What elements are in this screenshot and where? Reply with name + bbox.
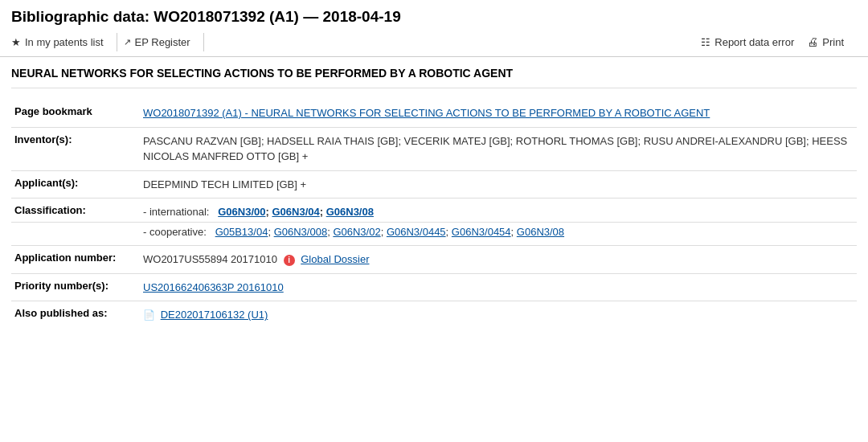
app-number-label: Application number: [11,246,140,274]
toolbar: ★ In my patents list ↗ EP Register ☷ Rep… [11,32,857,51]
my-patents-label: In my patents list [25,36,104,48]
ep-register-button[interactable]: ↗ EP Register [124,33,204,51]
intl-code-3[interactable]: G06N3/08 [326,206,374,218]
also-published-link[interactable]: DE202017106132 (U1) [161,309,268,321]
print-label: Print [822,36,844,48]
classification-coop-empty [11,222,140,246]
report-error-button[interactable]: ☷ Report data error [701,33,807,51]
app-number-row: Application number: WO2017US55894 201710… [11,246,857,274]
also-published-row: Also published as: 📄 DE202017106132 (U1) [11,301,857,329]
applicants-row: Applicant(s): DEEPMIND TECH LIMITED [GB]… [11,170,857,198]
classification-intl-codes: G06N3/00; G06N3/04; G06N3/08 [218,206,374,218]
page-bookmark-label: Page bookmark [11,100,140,127]
app-number-value: WO2017US55894 20171010 i Global Dossier [140,246,857,274]
intl-code-2[interactable]: G06N3/04 [272,206,319,218]
bibliographic-table: Page bookmark WO2018071392 (A1) - NEURAL… [11,100,857,329]
applicants-value: DEEPMIND TECH LIMITED [GB] + [140,170,857,198]
inventors-label: Inventor(s): [11,127,140,170]
priority-number-value: US201662406363P 20161010 [140,273,857,301]
priority-number-row: Priority number(s): US201662406363P 2016… [11,273,857,301]
info-icon: i [284,255,295,266]
print-button[interactable]: 🖨 Print [807,32,857,51]
printer-icon: 🖨 [807,35,818,48]
report-icon: ☷ [701,36,710,48]
classification-intl-value: - international: G06N3/00; G06N3/04; G06… [140,198,857,223]
applicants-label: Applicant(s): [11,170,140,198]
app-number-text: WO2017US55894 20171010 [143,253,277,265]
patent-title: NEURAL NETWORKS FOR SELECTING ACTIONS TO… [11,67,857,88]
ep-register-label: EP Register [135,36,190,48]
classification-coop-prefix: - cooperative: [143,226,212,238]
inventors-row: Inventor(s): PASCANU RAZVAN [GB]; HADSEL… [11,127,857,170]
report-error-label: Report data error [714,36,794,48]
coop-code-1[interactable]: G05B13/04 [215,226,268,238]
classification-intl-row: Classification: - international: G06N3/0… [11,198,857,223]
also-published-label: Also published as: [11,301,140,329]
page-bookmark-row: Page bookmark WO2018071392 (A1) - NEURAL… [11,100,857,127]
page-bookmark-link[interactable]: WO2018071392 (A1) - NEURAL NETWORKS FOR … [143,107,710,119]
classification-coop-row: - cooperative: G05B13/04; G06N3/008; G06… [11,222,857,246]
doc-icon: 📄 [143,309,155,321]
coop-code-3[interactable]: G06N3/02 [333,226,380,238]
content-area: NEURAL NETWORKS FOR SELECTING ACTIONS TO… [0,57,868,338]
coop-code-6[interactable]: G06N3/08 [517,226,564,238]
global-dossier-link[interactable]: Global Dossier [301,253,369,265]
coop-code-4[interactable]: G06N3/0445 [387,226,446,238]
classification-intl-prefix: - international: [143,206,215,218]
external-link-icon: ↗ [124,37,131,47]
classification-coop-value: - cooperative: G05B13/04; G06N3/008; G06… [140,222,857,246]
coop-code-2[interactable]: G06N3/008 [274,226,328,238]
page-bookmark-value: WO2018071392 (A1) - NEURAL NETWORKS FOR … [140,100,857,127]
page-header: Bibliographic data: WO2018071392 (A1) — … [0,0,868,57]
star-icon: ★ [11,36,21,48]
coop-code-5[interactable]: G06N3/0454 [452,226,511,238]
classification-label: Classification: [11,198,140,223]
toolbar-left: ★ In my patents list ↗ EP Register ☷ Rep… [11,33,807,51]
priority-number-label: Priority number(s): [11,273,140,301]
page-title: Bibliographic data: WO2018071392 (A1) — … [11,8,857,26]
priority-number-link[interactable]: US201662406363P 20161010 [143,281,284,293]
inventors-value: PASCANU RAZVAN [GB]; HADSELL RAIA THAIS … [140,127,857,170]
intl-code-1[interactable]: G06N3/00 [218,206,265,218]
my-patents-button[interactable]: ★ In my patents list [11,33,117,51]
also-published-value: 📄 DE202017106132 (U1) [140,301,857,329]
